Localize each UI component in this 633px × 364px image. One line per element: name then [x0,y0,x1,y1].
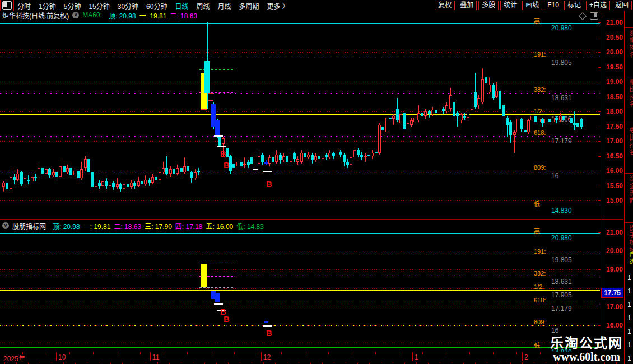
period-tab-60分钟[interactable]: 60分钟 [146,1,167,11]
sidebar-item[interactable]: 涨幅排名 [627,30,633,59]
sidebar-item[interactable]: 资金流向 [627,175,633,204]
period-tab-更多 〉[interactable]: 更多 〉 [267,1,289,11]
time-axis-tick [540,352,541,354]
candle [197,171,200,172]
period-tab-1分钟[interactable]: 1分钟 [39,1,56,11]
toolbar-button-叠加[interactable]: 叠加 [457,1,477,10]
period-tab-15分钟[interactable]: 15分钟 [89,1,109,11]
level-value: 20.980 [551,24,572,32]
toolbar-button-画线[interactable]: 画线 [522,1,542,10]
period-tab-分时[interactable]: 分时 [17,1,31,11]
candle [396,109,399,120]
candle [421,113,423,116]
sidebar-item[interactable]: 自选 [627,251,633,265]
candle [449,95,452,109]
candle [63,166,66,172]
candle [141,181,143,184]
toolbar-button-返回[interactable]: 返回 [612,1,632,10]
toolbar-button-统计[interactable]: 统计 [500,1,520,10]
candle [456,113,459,116]
buy-signal-b: B [266,179,272,189]
time-axis-month: 10 [58,353,66,361]
toolbar-button-多股[interactable]: 多股 [478,1,499,10]
candle [258,156,260,164]
sidebar-list-number[interactable]: 1 [627,287,631,295]
sidebar-list-number[interactable]: 1 [627,328,631,335]
candle [573,123,576,125]
candle [55,172,58,177]
sub-chart-header: v 股朋指标网 顶: 20.98一: 19.81二: 18.63三: 17.90… [2,222,264,230]
level-line-低 [0,206,600,206]
candle [27,180,30,181]
period-tab-30分钟[interactable]: 30分钟 [118,1,138,11]
time-axis-tick [69,352,70,354]
candle [442,109,445,111]
candle [548,119,551,122]
level-label: 高 [534,226,540,235]
candle [165,168,168,174]
sidebar-list-number[interactable]: 1 [627,301,631,309]
diamond-icon[interactable] [579,12,587,20]
signal-bar [264,321,268,323]
period-tab-月线[interactable]: 月线 [218,1,231,11]
signal-ref-dash [199,287,235,288]
candle [208,93,213,101]
sidebar-list-number[interactable]: 1 [627,314,631,322]
chevron-circle-icon[interactable]: v [2,222,9,229]
candle [346,162,349,165]
period-tab-日线[interactable]: 日线 [175,1,188,11]
level-value: 14.830 [551,207,572,214]
time-axis[interactable]: 2025年 10111212 [0,352,623,361]
candle-wick [117,178,118,189]
candle [481,79,484,102]
time-axis-tick [211,352,211,354]
toolbar-button-+自选[interactable]: +自选 [586,1,610,10]
toolbar-button-标记[interactable]: 标记 [564,1,584,10]
period-tab-5分钟[interactable]: 5分钟 [64,1,81,11]
candle [555,118,558,120]
candle [247,162,250,165]
candle [66,168,69,172]
candle [485,77,487,83]
sidebar-item[interactable]: 换手板块 [627,225,633,254]
candle [293,153,296,159]
time-axis-tick [493,352,494,354]
candle [307,155,310,157]
sidebar-list-number[interactable]: 1 [627,341,631,349]
time-axis-tick [399,352,399,354]
candle [506,118,509,125]
candle [16,174,19,180]
candle [570,118,573,123]
period-tab-周线[interactable]: 周线 [196,1,210,11]
price-axis-line [601,17,601,362]
candle [133,183,136,186]
right-sidebar[interactable]: 涨幅排名量比排名委比排名资金流向换手板块自选1111111 [624,11,633,364]
split-window-icon[interactable] [590,12,598,20]
candle [151,177,154,183]
candle [381,127,384,130]
sidebar-item[interactable]: 委比排名 [627,127,633,156]
toolbar-button-F10[interactable]: F10 [544,1,562,10]
candle [31,177,34,181]
window-icon-cell[interactable] [1,0,14,11]
sidebar-list-number[interactable]: 1 [627,274,631,282]
period-tab-多周期[interactable]: 多周期 [239,1,259,11]
level-label: 191: [534,248,546,255]
time-axis-divider [56,352,57,361]
sidebar-list-number[interactable]: 1 [627,354,631,362]
main-legend: 顶: 20.98一: 19.81二: 18.63 [105,11,197,20]
chevron-circle-icon[interactable]: v [72,12,79,18]
toolbar-button-复权[interactable]: 复权 [435,1,455,10]
candle [34,177,37,178]
candle [527,120,530,132]
candle [264,162,268,164]
candle [127,184,129,187]
level-line-1/2: [0,290,600,291]
candle [204,61,210,93]
legend-item: 四: 17.18 [175,223,203,231]
candle-wick [525,128,525,138]
sidebar-item[interactable]: 量比排名 [627,79,633,108]
candle [435,110,437,113]
candle [460,114,463,120]
candle [250,157,253,164]
